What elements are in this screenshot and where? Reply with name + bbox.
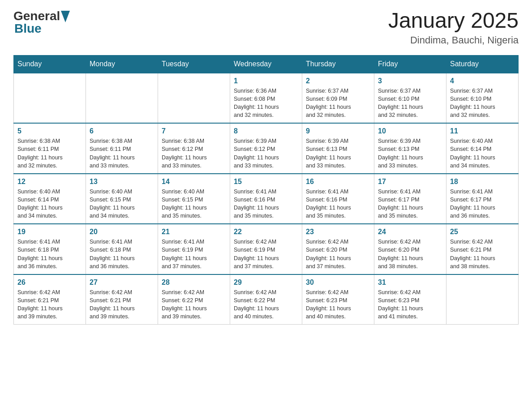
day-number: 5: [17, 127, 82, 135]
day-info: Sunrise: 6:37 AM Sunset: 6:10 PM Dayligh…: [378, 87, 442, 120]
calendar-cell: 3Sunrise: 6:37 AM Sunset: 6:10 PM Daylig…: [374, 73, 446, 124]
day-number: 26: [17, 278, 82, 287]
calendar-cell: 11Sunrise: 6:40 AM Sunset: 6:14 PM Dayli…: [446, 123, 519, 174]
day-info: Sunrise: 6:37 AM Sunset: 6:09 PM Dayligh…: [306, 87, 370, 120]
day-info: Sunrise: 6:42 AM Sunset: 6:23 PM Dayligh…: [306, 288, 370, 321]
calendar-cell: 7Sunrise: 6:38 AM Sunset: 6:12 PM Daylig…: [158, 123, 230, 174]
day-info: Sunrise: 6:42 AM Sunset: 6:21 PM Dayligh…: [90, 288, 154, 321]
day-info: Sunrise: 6:40 AM Sunset: 6:14 PM Dayligh…: [450, 137, 515, 170]
day-info: Sunrise: 6:41 AM Sunset: 6:19 PM Dayligh…: [162, 238, 226, 270]
logo: General Blue: [13, 9, 70, 36]
calendar-week-row: 19Sunrise: 6:41 AM Sunset: 6:18 PM Dayli…: [14, 224, 519, 274]
calendar-cell: 16Sunrise: 6:41 AM Sunset: 6:16 PM Dayli…: [302, 174, 374, 224]
day-info: Sunrise: 6:39 AM Sunset: 6:12 PM Dayligh…: [234, 137, 298, 170]
calendar-cell: 23Sunrise: 6:42 AM Sunset: 6:20 PM Dayli…: [302, 224, 374, 274]
calendar-day-header: Wednesday: [230, 55, 302, 73]
day-info: Sunrise: 6:39 AM Sunset: 6:13 PM Dayligh…: [306, 137, 370, 170]
calendar-cell: 26Sunrise: 6:42 AM Sunset: 6:21 PM Dayli…: [14, 274, 86, 325]
day-info: Sunrise: 6:38 AM Sunset: 6:11 PM Dayligh…: [17, 137, 82, 170]
day-number: 7: [162, 127, 226, 135]
day-info: Sunrise: 6:42 AM Sunset: 6:22 PM Dayligh…: [162, 288, 226, 321]
title-block: January 2025 Dindima, Bauchi, Nigeria: [388, 9, 519, 46]
day-number: 20: [90, 228, 154, 236]
calendar-cell: 2Sunrise: 6:37 AM Sunset: 6:09 PM Daylig…: [302, 73, 374, 124]
day-number: 9: [306, 127, 370, 135]
day-number: 12: [17, 178, 82, 186]
calendar-cell: 29Sunrise: 6:42 AM Sunset: 6:22 PM Dayli…: [230, 274, 302, 325]
day-info: Sunrise: 6:42 AM Sunset: 6:21 PM Dayligh…: [17, 288, 82, 321]
day-info: Sunrise: 6:41 AM Sunset: 6:16 PM Dayligh…: [306, 188, 370, 220]
day-info: Sunrise: 6:41 AM Sunset: 6:16 PM Dayligh…: [234, 188, 298, 220]
day-number: 24: [378, 228, 442, 236]
calendar-day-header: Sunday: [14, 55, 86, 73]
day-number: 16: [306, 178, 370, 186]
day-info: Sunrise: 6:41 AM Sunset: 6:17 PM Dayligh…: [450, 188, 515, 220]
day-number: 14: [162, 178, 226, 186]
day-info: Sunrise: 6:42 AM Sunset: 6:22 PM Dayligh…: [234, 288, 298, 321]
calendar-week-row: 5Sunrise: 6:38 AM Sunset: 6:11 PM Daylig…: [14, 123, 519, 174]
calendar-week-row: 12Sunrise: 6:40 AM Sunset: 6:14 PM Dayli…: [14, 174, 519, 224]
calendar-cell: 14Sunrise: 6:40 AM Sunset: 6:15 PM Dayli…: [158, 174, 230, 224]
day-number: 17: [378, 178, 442, 186]
calendar-header-row: SundayMondayTuesdayWednesdayThursdayFrid…: [14, 55, 519, 73]
day-number: 3: [378, 77, 442, 85]
calendar-cell: [446, 274, 519, 325]
day-number: 11: [450, 127, 515, 135]
day-info: Sunrise: 6:41 AM Sunset: 6:17 PM Dayligh…: [378, 188, 442, 220]
day-info: Sunrise: 6:42 AM Sunset: 6:19 PM Dayligh…: [234, 238, 298, 270]
day-info: Sunrise: 6:40 AM Sunset: 6:14 PM Dayligh…: [17, 188, 82, 220]
day-number: 29: [234, 278, 298, 287]
calendar-day-header: Friday: [374, 55, 446, 73]
calendar-cell: [14, 73, 86, 124]
day-info: Sunrise: 6:41 AM Sunset: 6:18 PM Dayligh…: [90, 238, 154, 270]
day-number: 8: [234, 127, 298, 135]
calendar-cell: 31Sunrise: 6:42 AM Sunset: 6:23 PM Dayli…: [374, 274, 446, 325]
svg-marker-0: [61, 11, 70, 22]
day-number: 27: [90, 278, 154, 287]
calendar-cell: 5Sunrise: 6:38 AM Sunset: 6:11 PM Daylig…: [14, 123, 86, 174]
day-number: 23: [306, 228, 370, 236]
day-info: Sunrise: 6:38 AM Sunset: 6:11 PM Dayligh…: [90, 137, 154, 170]
calendar-cell: 15Sunrise: 6:41 AM Sunset: 6:16 PM Dayli…: [230, 174, 302, 224]
day-info: Sunrise: 6:38 AM Sunset: 6:12 PM Dayligh…: [162, 137, 226, 170]
calendar-week-row: 26Sunrise: 6:42 AM Sunset: 6:21 PM Dayli…: [14, 274, 519, 325]
calendar-cell: 13Sunrise: 6:40 AM Sunset: 6:15 PM Dayli…: [86, 174, 158, 224]
day-number: 22: [234, 228, 298, 236]
calendar-day-header: Thursday: [302, 55, 374, 73]
day-info: Sunrise: 6:42 AM Sunset: 6:20 PM Dayligh…: [378, 238, 442, 270]
calendar-cell: 6Sunrise: 6:38 AM Sunset: 6:11 PM Daylig…: [86, 123, 158, 174]
day-number: 13: [90, 178, 154, 186]
calendar-cell: 10Sunrise: 6:39 AM Sunset: 6:13 PM Dayli…: [374, 123, 446, 174]
logo-arrow-icon: [61, 11, 70, 22]
calendar-cell: 1Sunrise: 6:36 AM Sunset: 6:08 PM Daylig…: [230, 73, 302, 124]
calendar-cell: 9Sunrise: 6:39 AM Sunset: 6:13 PM Daylig…: [302, 123, 374, 174]
calendar-day-header: Monday: [86, 55, 158, 73]
day-number: 31: [378, 278, 442, 287]
day-info: Sunrise: 6:40 AM Sunset: 6:15 PM Dayligh…: [90, 188, 154, 220]
day-number: 19: [17, 228, 82, 236]
calendar-cell: 17Sunrise: 6:41 AM Sunset: 6:17 PM Dayli…: [374, 174, 446, 224]
calendar-cell: 4Sunrise: 6:37 AM Sunset: 6:10 PM Daylig…: [446, 73, 519, 124]
day-number: 30: [306, 278, 370, 287]
calendar-cell: 8Sunrise: 6:39 AM Sunset: 6:12 PM Daylig…: [230, 123, 302, 174]
day-number: 28: [162, 278, 226, 287]
day-number: 1: [234, 77, 298, 85]
calendar-cell: 27Sunrise: 6:42 AM Sunset: 6:21 PM Dayli…: [86, 274, 158, 325]
day-number: 18: [450, 178, 515, 186]
day-number: 15: [234, 178, 298, 186]
month-title: January 2025: [388, 9, 519, 33]
calendar-cell: [158, 73, 230, 124]
day-number: 4: [450, 77, 515, 85]
day-info: Sunrise: 6:37 AM Sunset: 6:10 PM Dayligh…: [450, 87, 515, 120]
calendar-cell: 25Sunrise: 6:42 AM Sunset: 6:21 PM Dayli…: [446, 224, 519, 274]
calendar-day-header: Saturday: [446, 55, 519, 73]
calendar-week-row: 1Sunrise: 6:36 AM Sunset: 6:08 PM Daylig…: [14, 73, 519, 124]
day-info: Sunrise: 6:39 AM Sunset: 6:13 PM Dayligh…: [378, 137, 442, 170]
calendar-cell: [86, 73, 158, 124]
calendar-cell: 20Sunrise: 6:41 AM Sunset: 6:18 PM Dayli…: [86, 224, 158, 274]
day-info: Sunrise: 6:42 AM Sunset: 6:21 PM Dayligh…: [450, 238, 515, 270]
day-info: Sunrise: 6:42 AM Sunset: 6:20 PM Dayligh…: [306, 238, 370, 270]
day-number: 2: [306, 77, 370, 85]
location-text: Dindima, Bauchi, Nigeria: [388, 34, 519, 46]
calendar-cell: 24Sunrise: 6:42 AM Sunset: 6:20 PM Dayli…: [374, 224, 446, 274]
